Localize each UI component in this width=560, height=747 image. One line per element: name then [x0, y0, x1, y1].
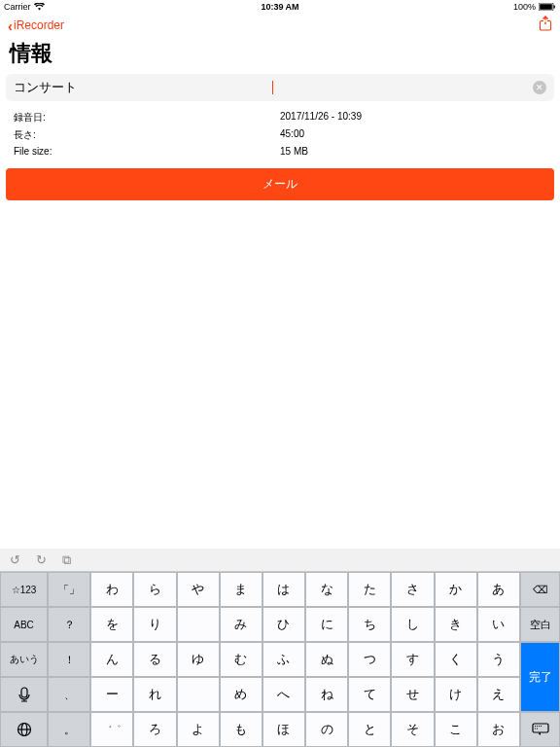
globe-icon	[17, 722, 32, 737]
keyboard: ↺ ↻ ⧉ ☆123「」わらやまはなたさかあABC？をりみひにちしきいあいう！ん…	[0, 549, 560, 747]
carrier-label: Carrier	[4, 2, 31, 12]
kana-key[interactable]: し	[391, 607, 434, 642]
kana-key[interactable]: お	[477, 712, 520, 747]
info-value: 45:00	[280, 128, 304, 142]
kana-key[interactable]: ろ	[133, 712, 176, 747]
clipboard-button[interactable]: ⧉	[62, 552, 71, 568]
kana-key[interactable]: か	[435, 572, 477, 607]
mic-icon	[17, 687, 32, 702]
kana-key[interactable]: め	[220, 677, 262, 712]
mail-button[interactable]: メール	[6, 168, 554, 200]
page-title: 情報	[0, 37, 560, 74]
info-row-filesize: File size: 15 MB	[6, 144, 554, 159]
backspace-button[interactable]: ⌫	[520, 572, 560, 607]
battery-pct: 100%	[513, 2, 536, 12]
kana-key[interactable]: ゆ	[177, 642, 220, 677]
kana-key[interactable]: ら	[133, 572, 176, 607]
svg-rect-4	[543, 20, 547, 22]
name-input[interactable]: コンサート	[14, 79, 273, 96]
svg-rect-2	[554, 6, 555, 9]
kana-key[interactable]: ー	[90, 677, 133, 712]
kana-key[interactable]: と	[348, 712, 391, 747]
kana-key[interactable]: き	[435, 607, 477, 642]
kana-key[interactable]: へ	[262, 677, 305, 712]
kana-key[interactable]: ま	[220, 572, 262, 607]
kana-key[interactable]: て	[348, 677, 391, 712]
kana-key[interactable]: さ	[391, 572, 434, 607]
kana-key[interactable]: れ	[133, 677, 176, 712]
kana-key[interactable]: こ	[435, 712, 477, 747]
redo-button[interactable]: ↻	[36, 552, 47, 567]
kana-key[interactable]: り	[133, 607, 176, 642]
kana-key[interactable]: く	[435, 642, 477, 677]
dismiss-keyboard-button[interactable]	[520, 712, 560, 747]
kana-key[interactable]: ん	[90, 642, 133, 677]
kana-key[interactable]: ほ	[262, 712, 305, 747]
info-row-length: 長さ: 45:00	[6, 126, 554, 144]
kana-key[interactable]: た	[348, 572, 391, 607]
kana-key[interactable]: ひ	[262, 607, 305, 642]
kana-key[interactable]: ふ	[262, 642, 305, 677]
kana-key[interactable]: 。	[48, 712, 90, 747]
kana-key[interactable]: る	[133, 642, 176, 677]
wifi-icon	[34, 3, 45, 11]
kana-key[interactable]	[177, 607, 220, 642]
clear-input-button[interactable]: ✕	[533, 81, 546, 94]
kana-key[interactable]: せ	[391, 677, 434, 712]
text-cursor	[272, 81, 273, 94]
kana-key[interactable]: は	[262, 572, 305, 607]
done-button[interactable]: 完了	[520, 642, 560, 712]
kana-key[interactable]: す	[391, 642, 434, 677]
kana-key[interactable]: ？	[48, 607, 90, 642]
nav-bar: ‹ iRecorder	[0, 14, 560, 37]
kana-key[interactable]: あ	[477, 572, 520, 607]
info-label: File size:	[14, 146, 280, 157]
kana-key[interactable]: や	[177, 572, 220, 607]
kana-key[interactable]: 、	[48, 677, 90, 712]
kana-key[interactable]: ち	[348, 607, 391, 642]
mode-num-button[interactable]: ☆123	[0, 572, 48, 607]
kana-key[interactable]: ゛゜	[90, 712, 133, 747]
undo-button[interactable]: ↺	[10, 552, 20, 567]
kana-key[interactable]: え	[477, 677, 520, 712]
kana-key[interactable]: に	[305, 607, 348, 642]
info-value: 2017/11/26 - 10:39	[280, 111, 362, 124]
kana-key[interactable]	[177, 677, 220, 712]
kana-key[interactable]: な	[305, 572, 348, 607]
space-button[interactable]: 空白	[520, 607, 560, 642]
mode-kana-button[interactable]: あいう	[0, 642, 48, 677]
kana-key[interactable]: つ	[348, 642, 391, 677]
kana-key[interactable]: み	[220, 607, 262, 642]
kana-key[interactable]: を	[90, 607, 133, 642]
back-button[interactable]: ‹ iRecorder	[8, 18, 64, 34]
kana-key[interactable]: ！	[48, 642, 90, 677]
kana-key[interactable]: よ	[177, 712, 220, 747]
kana-key[interactable]: ね	[305, 677, 348, 712]
kana-key[interactable]: う	[477, 642, 520, 677]
back-label: iRecorder	[14, 18, 64, 32]
globe-button[interactable]	[0, 712, 48, 747]
kana-key[interactable]: 「」	[48, 572, 90, 607]
kana-key[interactable]: そ	[391, 712, 434, 747]
svg-rect-1	[540, 4, 552, 10]
kana-key[interactable]: ぬ	[305, 642, 348, 677]
keyboard-toolbar: ↺ ↻ ⧉	[0, 549, 560, 572]
kana-key[interactable]: も	[220, 712, 262, 747]
kana-key[interactable]: わ	[90, 572, 133, 607]
mic-button[interactable]	[0, 677, 48, 712]
info-section: 録音日: 2017/11/26 - 10:39 長さ: 45:00 File s…	[0, 101, 560, 159]
share-button[interactable]	[539, 16, 552, 35]
battery-icon	[539, 3, 556, 11]
status-time: 10:39 AM	[261, 2, 298, 12]
status-bar: Carrier 10:39 AM 100%	[0, 0, 560, 14]
info-value: 15 MB	[280, 146, 308, 157]
kana-key[interactable]: い	[477, 607, 520, 642]
info-label: 長さ:	[14, 128, 280, 142]
kana-key[interactable]: け	[435, 677, 477, 712]
name-input-container[interactable]: コンサート ✕	[6, 74, 554, 101]
mode-abc-button[interactable]: ABC	[0, 607, 48, 642]
chevron-left-icon: ‹	[8, 18, 13, 34]
kana-key[interactable]: の	[305, 712, 348, 747]
kana-key[interactable]: む	[220, 642, 262, 677]
svg-rect-5	[21, 688, 27, 697]
